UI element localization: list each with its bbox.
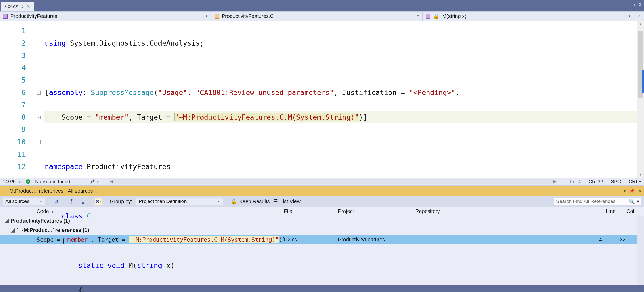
chevron-down-icon[interactable]: ▾ <box>624 189 626 193</box>
overview-ruler[interactable]: ▲ ▼ <box>637 21 644 178</box>
tab-overflow-icon[interactable]: ▾ <box>634 2 636 7</box>
fold-toggle[interactable]: − <box>37 116 41 119</box>
fold-toggle[interactable]: − <box>37 140 41 144</box>
method-icon <box>426 14 430 19</box>
close-icon[interactable]: ✕ <box>638 189 641 193</box>
change-marker <box>642 70 644 93</box>
horizontal-scrollbar[interactable]: ◀▶ <box>109 179 557 184</box>
chevron-down-icon: ▼ <box>417 14 420 18</box>
references-title-text: '"~M:Produc…' references - All sources <box>4 188 93 194</box>
code-navigation-bar: ProductivityFeatures ▼ ProductivityFeatu… <box>0 11 644 21</box>
nav-namespace-label: ProductivityFeatures <box>10 13 57 19</box>
csharp-icon <box>3 14 8 19</box>
nav-class[interactable]: ProductivityFeatures.C ▼ <box>211 12 423 21</box>
code-content[interactable]: using System.Diagnostics.CodeAnalysis; [… <box>44 21 637 178</box>
line-number-gutter: 1 2 3 4 5 6 7 8 9 10 11 12 <box>0 21 33 178</box>
nav-namespace[interactable]: ProductivityFeatures ▼ <box>0 12 211 21</box>
pin-icon[interactable]: 📌 <box>629 189 634 193</box>
chevron-down-icon: ▼ <box>628 14 631 18</box>
fold-column[interactable]: − − − <box>33 21 44 178</box>
chevron-down-icon: ◢ <box>5 218 8 224</box>
nav-class-label: ProductivityFeatures.C <box>222 13 274 19</box>
split-editor-button[interactable]: ✢ <box>634 12 644 21</box>
references-panel-title: '"~M:Produc…' references - All sources ▾… <box>0 186 644 196</box>
pin-icon[interactable]: ⟟ <box>21 4 23 9</box>
fold-toggle[interactable]: − <box>37 91 41 95</box>
document-tab[interactable]: C2.cs ⟟ ✕ <box>1 2 34 11</box>
code-editor[interactable]: 1 2 3 4 5 6 7 8 9 10 11 12 − − − using S… <box>0 21 644 178</box>
settings-gear-icon[interactable]: ⚙ <box>638 2 642 7</box>
references-vertical-scrollbar[interactable] <box>637 216 644 285</box>
class-icon <box>215 14 219 19</box>
ok-check-icon: ✓ <box>26 179 30 184</box>
chevron-down-icon: ◢ <box>11 227 14 233</box>
zoom-level[interactable]: 140 % ▼ <box>3 179 21 184</box>
nav-member-label: M(string x) <box>442 13 466 19</box>
close-icon[interactable]: ✕ <box>26 4 30 10</box>
nav-member[interactable]: 🔒 M(string x) ▼ <box>423 12 634 21</box>
document-tab-filename: C2.cs <box>5 4 18 10</box>
chevron-down-icon: ▼ <box>205 14 208 18</box>
source-filter-combo[interactable]: All sources▼ <box>3 198 45 205</box>
document-tab-strip: C2.cs ⟟ ✕ ▾ ⚙ <box>0 0 644 11</box>
